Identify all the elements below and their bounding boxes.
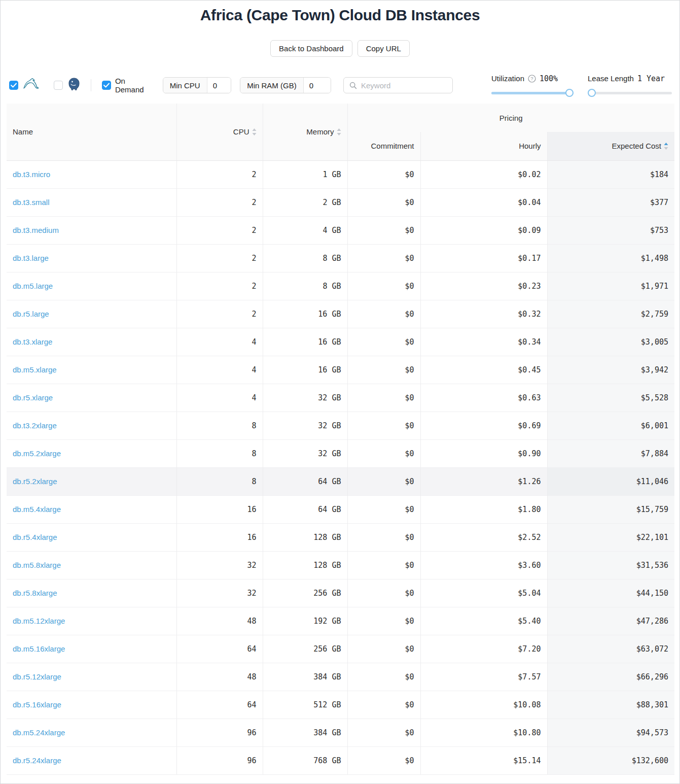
instance-link[interactable]: db.r5.16xlarge <box>13 700 61 709</box>
keyword-input[interactable] <box>361 81 447 90</box>
instance-link[interactable]: db.r5.24xlarge <box>13 756 61 765</box>
cell-name: db.m5.xlarge <box>7 356 176 384</box>
column-header-expected-cost[interactable]: Expected Cost <box>547 132 674 160</box>
instance-link[interactable]: db.m5.16xlarge <box>13 644 65 653</box>
table-row[interactable]: db.m5.24xlarge96384 GB$0$10.80$94,573 <box>7 719 674 746</box>
cell-expected-cost: $15,759 <box>547 495 674 523</box>
instance-link[interactable]: db.r5.large <box>13 310 49 318</box>
cell-commitment: $0 <box>347 244 420 272</box>
cell-cpu: 16 <box>176 495 263 523</box>
table-row[interactable]: db.r5.2xlarge864 GB$0$1.26$11,046 <box>7 467 674 495</box>
cell-expected-cost: $22,101 <box>547 523 674 551</box>
on-demand-checkbox[interactable] <box>102 81 111 90</box>
instance-link[interactable]: db.m5.large <box>13 282 53 290</box>
question-circle-icon[interactable]: ? <box>528 75 536 83</box>
instance-link[interactable]: db.m5.xlarge <box>13 365 57 374</box>
instance-link[interactable]: db.r5.4xlarge <box>13 533 57 541</box>
instance-link[interactable]: db.t3.micro <box>13 170 50 179</box>
cell-expected-cost: $377 <box>547 188 674 216</box>
cell-memory: 128 GB <box>263 551 347 579</box>
table-row[interactable]: db.r5.12xlarge48384 GB$0$7.57$66,296 <box>7 663 674 691</box>
cell-commitment: $0 <box>347 300 420 328</box>
table-row[interactable]: db.r5.4xlarge16128 GB$0$2.52$22,101 <box>7 523 674 551</box>
instance-link[interactable]: db.t3.small <box>13 198 50 207</box>
instances-table: Name CPU Memory Pricing Commitment Hourl… <box>7 104 674 775</box>
cell-name: db.m5.4xlarge <box>7 495 176 523</box>
lease-length-slider-handle[interactable] <box>588 89 596 97</box>
table-row[interactable]: db.t3.large28 GB$0$0.17$1,498 <box>7 244 674 272</box>
utilization-slider[interactable] <box>491 89 574 97</box>
cell-commitment: $0 <box>347 216 420 244</box>
cell-expected-cost: $47,286 <box>547 607 674 635</box>
instance-link[interactable]: db.r5.2xlarge <box>13 477 57 486</box>
table-row[interactable]: db.t3.xlarge416 GB$0$0.34$3,005 <box>7 328 674 356</box>
copy-url-button[interactable]: Copy URL <box>357 40 410 57</box>
cell-name: db.t3.2xlarge <box>7 412 176 439</box>
instance-link[interactable]: db.r5.8xlarge <box>13 589 57 597</box>
instance-link[interactable]: db.m5.4xlarge <box>13 505 61 514</box>
lease-length-slider[interactable] <box>588 89 672 97</box>
utilization-slider-handle[interactable] <box>565 89 574 97</box>
instance-link[interactable]: db.m5.12xlarge <box>13 617 65 625</box>
table-row[interactable]: db.t3.2xlarge832 GB$0$0.69$6,001 <box>7 412 674 439</box>
table-row[interactable]: db.r5.24xlarge96768 GB$0$15.14$132,600 <box>7 746 674 774</box>
table-row[interactable]: db.m5.4xlarge1664 GB$0$1.80$15,759 <box>7 495 674 523</box>
cell-cpu: 64 <box>176 635 263 663</box>
instance-link[interactable]: db.t3.large <box>13 254 49 262</box>
table-row[interactable]: db.m5.2xlarge832 GB$0$0.90$7,884 <box>7 439 674 467</box>
cell-memory: 32 GB <box>263 412 347 439</box>
table-row[interactable]: db.r5.16xlarge64512 GB$0$10.08$88,301 <box>7 691 674 719</box>
sort-asc-active-icon <box>664 143 668 150</box>
table-row[interactable]: db.m5.large28 GB$0$0.23$1,971 <box>7 272 674 300</box>
cell-expected-cost: $3,942 <box>547 356 674 384</box>
instance-link[interactable]: db.m5.8xlarge <box>13 561 61 569</box>
table-row[interactable]: db.t3.micro21 GB$0$0.02$184 <box>7 160 674 188</box>
table-row[interactable]: db.m5.16xlarge64256 GB$0$7.20$63,072 <box>7 635 674 663</box>
table-row[interactable]: db.m5.12xlarge48192 GB$0$5.40$47,286 <box>7 607 674 635</box>
instance-link[interactable]: db.t3.xlarge <box>13 337 52 346</box>
cell-cpu: 4 <box>176 356 263 384</box>
cell-hourly: $2.52 <box>420 523 547 551</box>
min-cpu-input[interactable] <box>207 78 232 93</box>
cell-memory: 384 GB <box>263 663 347 691</box>
cell-cpu: 8 <box>176 467 263 495</box>
on-demand-filter: On Demand <box>102 77 151 94</box>
cell-cpu: 4 <box>176 384 263 412</box>
table-row[interactable]: db.r5.xlarge432 GB$0$0.63$5,528 <box>7 384 674 412</box>
column-header-memory[interactable]: Memory <box>263 104 347 160</box>
table-row[interactable]: db.r5.8xlarge32256 GB$0$5.04$44,150 <box>7 579 674 607</box>
cell-name: db.m5.8xlarge <box>7 551 176 579</box>
instance-link[interactable]: db.r5.12xlarge <box>13 672 61 681</box>
column-header-hourly[interactable]: Hourly <box>420 132 547 160</box>
cell-cpu: 2 <box>176 244 263 272</box>
table-row[interactable]: db.t3.small22 GB$0$0.04$377 <box>7 188 674 216</box>
table-row[interactable]: db.m5.8xlarge32128 GB$0$3.60$31,536 <box>7 551 674 579</box>
cell-expected-cost: $753 <box>547 216 674 244</box>
cell-memory: 8 GB <box>263 244 347 272</box>
instance-link[interactable]: db.m5.24xlarge <box>13 728 65 737</box>
table-row[interactable]: db.m5.xlarge416 GB$0$0.45$3,942 <box>7 356 674 384</box>
column-header-commitment[interactable]: Commitment <box>347 132 420 160</box>
cell-commitment: $0 <box>347 384 420 412</box>
postgres-checkbox[interactable] <box>54 81 63 90</box>
cell-commitment: $0 <box>347 356 420 384</box>
instance-link[interactable]: db.r5.xlarge <box>13 393 53 402</box>
instance-link[interactable]: db.t3.medium <box>13 226 59 234</box>
table-row[interactable]: db.t3.medium24 GB$0$0.09$753 <box>7 216 674 244</box>
cell-cpu: 2 <box>176 216 263 244</box>
column-header-cpu[interactable]: CPU <box>176 104 263 160</box>
min-ram-input[interactable] <box>304 78 331 93</box>
table-row[interactable]: db.r5.large216 GB$0$0.32$2,759 <box>7 300 674 328</box>
back-to-dashboard-button[interactable]: Back to Dashboard <box>270 40 352 57</box>
cell-expected-cost: $88,301 <box>547 691 674 719</box>
cell-expected-cost: $5,528 <box>547 384 674 412</box>
cell-memory: 16 GB <box>263 300 347 328</box>
instance-link[interactable]: db.t3.2xlarge <box>13 421 57 430</box>
instance-link[interactable]: db.m5.2xlarge <box>13 449 61 458</box>
column-header-name[interactable]: Name <box>7 104 176 160</box>
cell-expected-cost: $44,150 <box>547 579 674 607</box>
slider-track <box>588 92 672 94</box>
cell-hourly: $15.14 <box>420 746 547 774</box>
cell-cpu: 2 <box>176 160 263 188</box>
mysql-checkbox[interactable] <box>9 81 18 90</box>
